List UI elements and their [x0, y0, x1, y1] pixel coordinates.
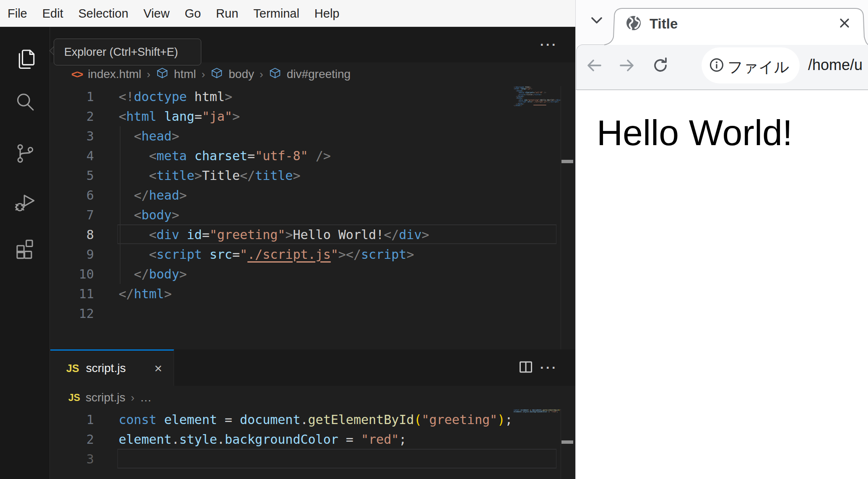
line-number: 10	[50, 264, 94, 284]
tooltip-text: Explorer (Ctrl+Shift+E)	[64, 46, 178, 59]
js-editor[interactable]: 1const element = document.getElementById…	[50, 409, 575, 479]
bottom-editor-more-actions-icon[interactable]: ···	[540, 362, 558, 374]
tab-label: script.js	[86, 362, 126, 375]
code-line: element.style.backgroundColor = "red";	[514, 411, 558, 413]
bottom-editor-tab-bar: JS script.js × ···	[50, 349, 575, 386]
breadcrumb-separator: ›	[202, 68, 205, 81]
menu-selection[interactable]: Selection	[71, 0, 136, 27]
scrollbar-cursor-marker[interactable]	[561, 440, 573, 444]
line-number: 4	[50, 146, 94, 166]
code-line: const element = document.getElementById(…	[119, 410, 512, 430]
symbol-cube-icon	[269, 67, 281, 82]
js-file-icon: JS	[68, 392, 80, 404]
breadcrumb-separator: ›	[131, 391, 135, 404]
explorer-tooltip: Explorer (Ctrl+Shift+E)	[54, 39, 201, 65]
menu-bar: FileEditSelectionViewGoRunTerminalHelp	[0, 0, 575, 27]
code-line: <meta charset="utf-8" />	[119, 146, 331, 166]
line-number: 2	[50, 430, 94, 449]
html-editor[interactable]: 1<!doctype html>2<html lang="ja">3 <head…	[50, 86, 575, 349]
line-number: 1	[50, 410, 94, 430]
breadcrumb-body[interactable]: body	[229, 68, 254, 81]
line-number: 3	[50, 449, 94, 469]
menu-view[interactable]: View	[136, 0, 177, 27]
html-file-icon: <>	[71, 68, 82, 81]
menu-help[interactable]: Help	[307, 0, 347, 27]
overview-ruler	[561, 409, 561, 479]
editor-area: ··· <> index.html › html › body ›	[50, 27, 575, 479]
back-button[interactable]	[585, 56, 604, 75]
run-debug-icon[interactable]	[12, 190, 38, 216]
menu-run[interactable]: Run	[208, 0, 246, 27]
menu-go[interactable]: Go	[177, 0, 208, 27]
url-text[interactable]: /home/u	[808, 56, 863, 74]
breadcrumb-html[interactable]: html	[174, 68, 196, 81]
code-line: <body>	[119, 205, 179, 225]
activity-bar	[0, 27, 50, 479]
code-line: </body>	[119, 264, 187, 284]
menu-edit[interactable]: Edit	[35, 0, 71, 27]
browser-tab-close-icon[interactable]	[839, 17, 850, 29]
breadcrumb: <> index.html › html › body › div#greeti…	[50, 62, 512, 86]
breadcrumb-separator: ›	[260, 68, 263, 81]
line-number: 2	[50, 107, 94, 126]
scrollbar-cursor-marker[interactable]	[561, 160, 573, 163]
code-line: <!doctype html>	[119, 87, 232, 107]
globe-favicon	[625, 15, 642, 31]
explorer-icon[interactable]	[12, 45, 38, 71]
breadcrumb-separator: ›	[147, 68, 151, 81]
current-line-highlight	[117, 449, 556, 469]
code-line: <head>	[119, 126, 179, 146]
top-editor-more-actions-icon[interactable]: ···	[540, 39, 558, 51]
line-number: 12	[50, 304, 94, 323]
split-editor-icon[interactable]	[518, 359, 533, 376]
greeting-banner: Hello World!	[592, 109, 859, 157]
line-number: 8	[50, 225, 94, 245]
file-scheme-chip: ファイル	[728, 57, 789, 78]
tab-close-icon[interactable]: ×	[154, 361, 162, 376]
source-control-icon[interactable]	[12, 140, 38, 166]
line-number: 9	[50, 245, 94, 264]
code-line: </html>	[514, 105, 522, 107]
breadcrumb-ellipsis[interactable]: …	[140, 391, 152, 404]
vscode-window: FileEditSelectionViewGoRunTerminalHelp	[0, 0, 575, 479]
reload-button[interactable]	[651, 56, 670, 75]
extensions-icon[interactable]	[12, 236, 38, 262]
browser-window: Title ファイル /home/u Hello World!	[575, 0, 868, 479]
browser-tab[interactable]	[576, 0, 868, 46]
code-line: <script src="./script.js"></script>	[119, 245, 414, 264]
line-number: 5	[50, 166, 94, 185]
tab-script-js[interactable]: JS script.js ×	[50, 349, 174, 386]
line-number: 11	[50, 284, 94, 304]
menu-terminal[interactable]: Terminal	[246, 0, 307, 27]
info-icon[interactable]	[709, 57, 724, 73]
line-number: 1	[50, 87, 94, 107]
code-line: element.style.backgroundColor = "red";	[119, 430, 406, 449]
tab-list-chevron-down-icon[interactable]	[590, 16, 603, 25]
breadcrumb-file[interactable]: script.js	[86, 391, 125, 404]
minimap[interactable]: <!doctype html><html lang="ja"> <head> <…	[514, 86, 561, 110]
code-line: <title>Title</title>	[119, 166, 301, 185]
search-icon[interactable]	[12, 89, 38, 115]
js-file-icon: JS	[66, 362, 79, 375]
code-line: <div id="greeting">Hello World!</div>	[119, 225, 429, 245]
code-line: </head>	[119, 185, 187, 205]
browser-tab-title: Title	[650, 16, 678, 32]
line-number: 6	[50, 185, 94, 205]
line-number: 7	[50, 205, 94, 225]
line-number: 3	[50, 126, 94, 146]
browser-viewport: Hello World!	[576, 90, 868, 479]
minimap[interactable]: const element = document.getElementById(…	[514, 409, 561, 417]
symbol-cube-icon	[211, 67, 223, 82]
overview-ruler	[561, 86, 561, 349]
breadcrumb: JS script.js › …	[50, 386, 512, 409]
menu-file[interactable]: File	[0, 0, 35, 27]
code-line: <html lang="ja">	[119, 107, 240, 126]
symbol-cube-icon	[156, 67, 169, 82]
breadcrumb-file[interactable]: index.html	[88, 68, 141, 81]
forward-button[interactable]	[617, 56, 637, 75]
code-line: </html>	[119, 284, 172, 304]
breadcrumb-div-greeting[interactable]: div#greeting	[287, 68, 351, 81]
